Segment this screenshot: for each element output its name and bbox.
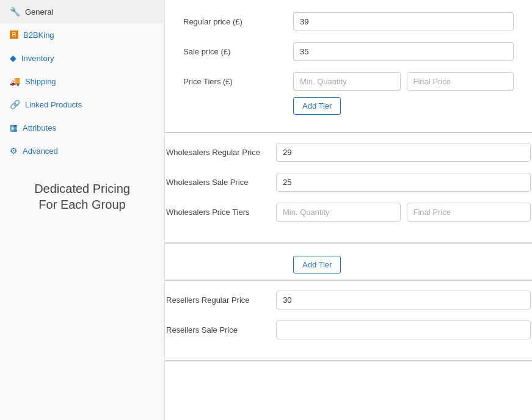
shipping-icon: 🚚 bbox=[10, 76, 20, 86]
top-section: Regular price (£) Sale price (£) Price T… bbox=[165, 0, 532, 132]
sidebar-item-inventory[interactable]: ◆ Inventory bbox=[0, 46, 164, 70]
wholesalers-min-quantity-input[interactable] bbox=[276, 203, 401, 222]
price-tiers-label: Price Tiers (£) bbox=[183, 72, 293, 86]
wholesalers-regular-price-wrap bbox=[276, 143, 531, 162]
link-icon: 🔗 bbox=[10, 100, 20, 109]
wholesalers-price-tiers-wrap bbox=[276, 203, 531, 222]
wholesalers-sale-price-input[interactable] bbox=[276, 173, 531, 192]
sidebar-item-linked-products[interactable]: 🔗 Linked Products bbox=[0, 93, 164, 116]
sidebar-item-general[interactable]: 🔧 General bbox=[0, 0, 164, 23]
sale-price-row: Sale price (£) bbox=[183, 42, 514, 61]
sidebar-label-linked-products: Linked Products bbox=[25, 100, 82, 109]
main-content: Regular price (£) Sale price (£) Price T… bbox=[165, 0, 532, 420]
sale-price-input[interactable] bbox=[293, 42, 514, 61]
b2bking-icon: 🅱 bbox=[10, 30, 18, 40]
resellers-box: Resellers Regular Price Resellers Sale P… bbox=[165, 280, 532, 361]
sale-price-input-wrap bbox=[293, 42, 514, 61]
regular-price-input[interactable] bbox=[293, 12, 514, 31]
resellers-regular-price-label: Resellers Regular Price bbox=[166, 291, 276, 305]
promo-line2: For Each Group bbox=[10, 197, 155, 212]
sale-price-label: Sale price (£) bbox=[183, 42, 293, 56]
tier-inputs bbox=[293, 72, 514, 91]
resellers-sale-price-wrap bbox=[276, 320, 531, 339]
sidebar-item-advanced[interactable]: ⚙ Advanced bbox=[0, 139, 164, 162]
wholesalers-add-tier-section: Add Tier bbox=[165, 244, 532, 280]
gear-icon: ⚙ bbox=[10, 146, 18, 156]
regular-price-row: Regular price (£) bbox=[183, 12, 514, 31]
wholesalers-tier-inputs bbox=[276, 203, 531, 222]
sidebar-label-inventory: Inventory bbox=[21, 54, 54, 63]
wholesalers-price-tiers-row: Wholesalers Price Tiers bbox=[166, 203, 531, 222]
regular-price-label: Regular price (£) bbox=[183, 12, 293, 26]
promo-line1: Dedicated Pricing bbox=[10, 181, 155, 197]
wholesalers-add-tier-button[interactable]: Add Tier bbox=[293, 256, 341, 273]
sidebar-label-b2bking: B2BKing bbox=[23, 31, 54, 40]
sidebar-label-general: General bbox=[25, 7, 53, 16]
attributes-icon: ▦ bbox=[10, 123, 18, 132]
final-price-input[interactable] bbox=[407, 72, 514, 91]
wholesalers-box: Wholesalers Regular Price Wholesalers Sa… bbox=[165, 132, 532, 244]
wholesalers-final-price-input[interactable] bbox=[407, 203, 531, 222]
sidebar-promo: Dedicated Pricing For Each Group bbox=[0, 168, 164, 225]
wholesalers-sale-price-row: Wholesalers Sale Price bbox=[166, 173, 531, 192]
wholesalers-regular-price-row: Wholesalers Regular Price bbox=[166, 143, 531, 162]
sidebar-label-attributes: Attributes bbox=[23, 123, 56, 132]
wholesalers-regular-price-label: Wholesalers Regular Price bbox=[166, 143, 276, 157]
sidebar-label-shipping: Shipping bbox=[25, 77, 56, 86]
resellers-sale-price-row: Resellers Sale Price bbox=[166, 320, 531, 339]
resellers-sale-price-label: Resellers Sale Price bbox=[166, 320, 276, 335]
price-tiers-input-wrap: Add Tier bbox=[293, 72, 514, 115]
resellers-regular-price-row: Resellers Regular Price bbox=[166, 291, 531, 310]
inventory-icon: ◆ bbox=[10, 53, 16, 63]
wholesalers-price-tiers-label: Wholesalers Price Tiers bbox=[166, 203, 276, 217]
sidebar-item-attributes[interactable]: ▦ Attributes bbox=[0, 116, 164, 139]
wholesalers-sale-price-wrap bbox=[276, 173, 531, 192]
resellers-regular-price-wrap bbox=[276, 291, 531, 310]
wrench-icon: 🔧 bbox=[10, 7, 20, 16]
regular-price-input-wrap bbox=[293, 12, 514, 31]
resellers-sale-price-input[interactable] bbox=[276, 320, 531, 339]
sidebar: 🔧 General 🅱 B2BKing ◆ Inventory 🚚 Shippi… bbox=[0, 0, 165, 420]
wholesalers-sale-price-label: Wholesalers Sale Price bbox=[166, 173, 276, 187]
wholesalers-regular-price-input[interactable] bbox=[276, 143, 531, 162]
add-tier-button[interactable]: Add Tier bbox=[293, 97, 341, 115]
price-tiers-row: Price Tiers (£) Add Tier bbox=[183, 72, 514, 115]
sidebar-label-advanced: Advanced bbox=[23, 147, 58, 156]
sidebar-item-b2bking[interactable]: 🅱 B2BKing bbox=[0, 23, 164, 46]
resellers-regular-price-input[interactable] bbox=[276, 291, 531, 310]
sidebar-item-shipping[interactable]: 🚚 Shipping bbox=[0, 70, 164, 93]
min-quantity-input[interactable] bbox=[293, 72, 401, 91]
